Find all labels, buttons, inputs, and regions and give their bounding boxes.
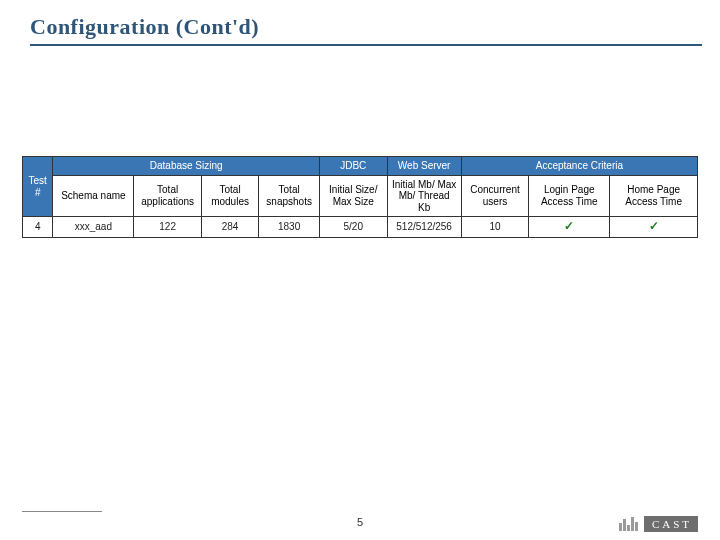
cell-test-no: 4 xyxy=(23,217,53,238)
header-total-modules: Total modules xyxy=(201,175,258,217)
section-db-sizing: Database Sizing xyxy=(53,157,320,176)
cell-total-modules: 284 xyxy=(201,217,258,238)
cell-initial-max-thread: 512/512/256 xyxy=(387,217,461,238)
section-acceptance: Acceptance Criteria xyxy=(461,157,697,176)
header-initial-max-thread: Initial Mb/ Max Mb/ Thread Kb xyxy=(387,175,461,217)
cell-concurrent-users: 10 xyxy=(461,217,529,238)
table-row: 4 xxx_aad 122 284 1830 5/20 512/512/256 … xyxy=(23,217,698,238)
logo-text: CAST xyxy=(644,516,698,532)
slide: Configuration (Cont'd) Test # Database S… xyxy=(0,0,720,540)
config-table-wrap: Test # Database Sizing JDBC Web Server A… xyxy=(22,156,698,238)
logo-bars-icon xyxy=(619,517,638,531)
header-total-snapshots: Total snapshots xyxy=(259,175,320,217)
section-jdbc: JDBC xyxy=(320,157,388,176)
header-home-access: Home Page Access Time xyxy=(610,175,698,217)
page-number: 5 xyxy=(0,516,720,528)
cell-total-snapshots: 1830 xyxy=(259,217,320,238)
cell-total-applications: 122 xyxy=(134,217,202,238)
header-schema-name: Schema name xyxy=(53,175,134,217)
header-test-no: Test # xyxy=(23,157,53,217)
title-underline xyxy=(30,44,702,46)
cell-initial-max-size: 5/20 xyxy=(320,217,388,238)
cast-logo: CAST xyxy=(619,516,698,532)
cell-schema-name: xxx_aad xyxy=(53,217,134,238)
section-row: Test # Database Sizing JDBC Web Server A… xyxy=(23,157,698,176)
section-web-server: Web Server xyxy=(387,157,461,176)
config-table: Test # Database Sizing JDBC Web Server A… xyxy=(22,156,698,238)
footer-rule xyxy=(22,511,102,512)
cell-login-access-pass: ✓ xyxy=(529,217,610,238)
header-concurrent-users: Concurrent users xyxy=(461,175,529,217)
header-row: Schema name Total applications Total mod… xyxy=(23,175,698,217)
header-login-access: Login Page Access Time xyxy=(529,175,610,217)
page-title: Configuration (Cont'd) xyxy=(30,14,259,40)
cell-home-access-pass: ✓ xyxy=(610,217,698,238)
header-initial-max-size: Initial Size/ Max Size xyxy=(320,175,388,217)
header-total-applications: Total applications xyxy=(134,175,202,217)
